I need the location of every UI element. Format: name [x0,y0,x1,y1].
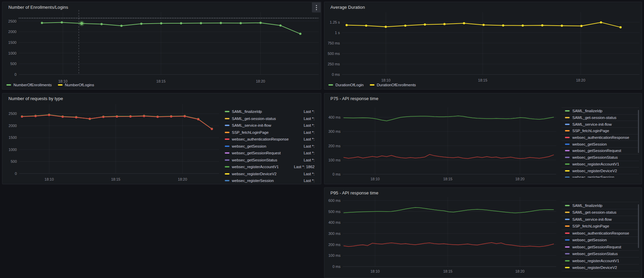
enrollments-chart[interactable]: 0500100015002000250018:1018:1518:20Numbe… [2,2,321,89]
legend-series-swatch [565,267,570,268]
legend-row[interactable]: websec_getSessionRequest [562,148,639,154]
legend-series-swatch [565,144,570,145]
legend-series-label: websec_getSession [572,142,607,146]
legend-series-label: SAML_get-session-status [572,210,616,214]
legend-row[interactable]: websec_registerAccountV1Last *: 1862 [225,163,315,171]
p75-response-chart[interactable]: 0 ms100 ms200 ms300 ms400 ms18:1018:1518… [324,93,642,184]
legend-last-value: Last *: [303,137,315,141]
legend-series-swatch [565,117,570,118]
grafana-dashboard: { "theme":{ "background":"#111217","pane… [0,0,644,278]
legend-last-value: Last *: [303,144,315,148]
legend-row[interactable]: SAML_finalizeIdp [562,202,639,209]
legend-series-swatch [565,110,570,112]
legend-series-label: websec_getSessionStatus [572,252,618,256]
legend-last-value: Last *: [303,172,315,176]
legend-series-label[interactable]: websec_getSessionStatus [232,158,277,162]
legend-row[interactable]: websec_registerAccountV1 [562,161,639,168]
legend-series-swatch [565,157,570,158]
legend-series-label[interactable]: websec_registerDeviceV2 [232,172,277,176]
legend-series-swatch [328,84,333,86]
legend-item[interactable]: DurationOfLogin [328,83,364,87]
legend-row[interactable]: websec_registerSessionLast *: [225,177,315,184]
legend-series-label[interactable]: websec_getSessionRequest [232,151,281,155]
legend-last-value: Last *: [303,130,315,134]
legend-row[interactable]: websec_registerSession [562,174,639,178]
legend-series-swatch [565,205,570,206]
legend-row[interactable]: websec_getSessionLast *: [225,143,315,150]
legend-series-label: SSP_fetchLoginPage [572,129,609,133]
legend-row[interactable]: websec_getSessionRequest [562,244,639,251]
legend-series-label[interactable]: SAML_finalizeIdp [232,110,262,114]
legend-series-label: websec_authenticationResponse [572,135,629,140]
legend-row[interactable]: SAML_finalizeIdpLast *: [225,108,315,115]
legend-series-label: NumberOfLogins [65,83,94,87]
legend-row[interactable]: websec_registerDeviceV2Last *: [225,171,315,178]
legend-series-label[interactable]: SSP_fetchLoginPage [232,130,269,134]
legend-series-label: websec_getSessionRequest [572,149,621,153]
legend-last-value: Last *: [303,179,315,183]
legend-series-label[interactable]: SAML_get-session-status [232,117,276,121]
legend-series-label: websec_registerAccountV1 [572,259,619,263]
legend-scroll-list: SAML_finalizeIdpSAML_get-session-statusS… [562,107,639,178]
legend-series-swatch [565,150,570,151]
legend-series-swatch [225,118,229,119]
legend-series-swatch [225,138,229,140]
legend-row[interactable]: SSP_fetchLoginPage [562,223,639,230]
legend-scrollbar[interactable] [638,110,639,153]
legend-series-swatch [565,225,570,227]
legend-series-swatch [565,253,570,254]
legend-row[interactable]: websec_authenticationResponse [562,134,639,141]
legend-row[interactable]: websec_registerSession [562,271,639,273]
legend-item[interactable]: NumberOfLogins [58,83,94,87]
legend-series-label: websec_registerDeviceV2 [572,266,617,270]
legend-series-swatch [565,170,570,172]
legend-row[interactable]: websec_getSessionStatus [562,251,639,258]
legend-series-label: websec_authenticationResponse [572,231,629,235]
legend-row[interactable]: websec_authenticationResponseLast *: [225,136,315,143]
legend-row[interactable]: websec_registerDeviceV2 [562,265,639,272]
legend-series-label[interactable]: websec_authenticationResponse [232,137,289,141]
legend-row[interactable]: websec_registerAccountV1 [562,257,639,265]
average-duration-chart[interactable]: 0 ms250 ms500 ms750 ms1 s1.25 s18:1018:1… [324,2,642,89]
legend-row[interactable]: websec_authenticationResponse [562,230,639,237]
legend-row[interactable]: websec_getSessionRequestLast *: [225,150,315,157]
panel-p95-response-time: P95 - API response time 0 ms100 ms200 ms… [324,187,642,278]
legend-item[interactable]: DurationOfEnrollments [370,83,416,87]
legend-row[interactable]: SAML_service-init-flowLast *: [225,122,315,129]
p2-plot-canvas[interactable] [324,2,642,90]
legend-item[interactable]: NumberOfEnrollments [6,83,52,87]
legend-series-label: SAML_finalizeIdp [572,204,603,208]
legend-series-swatch [565,137,570,138]
legend-row[interactable]: SAML_service-init-flow [562,121,639,128]
panel-requests-by-type: Number of requests by type 0500100015002… [2,93,321,184]
legend-row[interactable]: websec_getSessionStatusLast *: [225,157,315,164]
legend-row[interactable]: websec_registerDeviceV2 [562,167,639,174]
legend-row[interactable]: websec_getSessionStatus [562,154,639,161]
legend-row[interactable]: websec_getSession [562,237,639,244]
legend-series-label[interactable]: websec_registerAccountV1 [232,165,279,169]
legend-row[interactable]: SAML_finalizeIdp [562,108,639,115]
legend-series-label: SAML_service-init-flow [572,122,612,126]
legend-row[interactable]: SSP_fetchLoginPage [562,128,639,134]
legend-series-label: websec_getSessionRequest [572,245,621,249]
legend-series-swatch [565,219,570,220]
legend-series-label[interactable]: websec_registerSession [232,179,274,183]
legend-series-label[interactable]: SAML_service-init-flow [232,123,271,127]
legend-series-swatch [565,177,570,178]
legend-row[interactable]: websec_getSession [562,141,639,148]
legend-scrollbar[interactable] [638,204,639,248]
legend-series-label[interactable]: websec_getSession [232,144,266,148]
legend-row[interactable]: SAML_service-init-flow [562,216,639,223]
legend-last-value: Last *: [303,151,315,155]
legend-row[interactable]: SAML_get-session-status [562,115,639,121]
p1-plot-canvas[interactable] [2,2,322,90]
legend-row[interactable]: SSP_fetchLoginPageLast *: [225,129,315,136]
legend-series-label: websec_getSession [572,238,607,242]
legend-series-swatch [565,246,570,248]
legend-row[interactable]: SAML_get-session-statusLast *: [225,115,315,122]
legend-series-label: websec_registerAccountV1 [572,162,619,166]
panel-enrollments-logins: Number of Enrollments/Logins 05001000150… [2,2,321,90]
legend-row[interactable]: SAML_get-session-status [562,209,639,216]
requests-by-type-chart[interactable]: 0500100015002000250018:1018:1518:20SAML_… [2,93,321,184]
p95-response-chart[interactable]: 0 ms100 ms200 ms300 ms400 ms500 ms600 ms… [324,188,642,278]
